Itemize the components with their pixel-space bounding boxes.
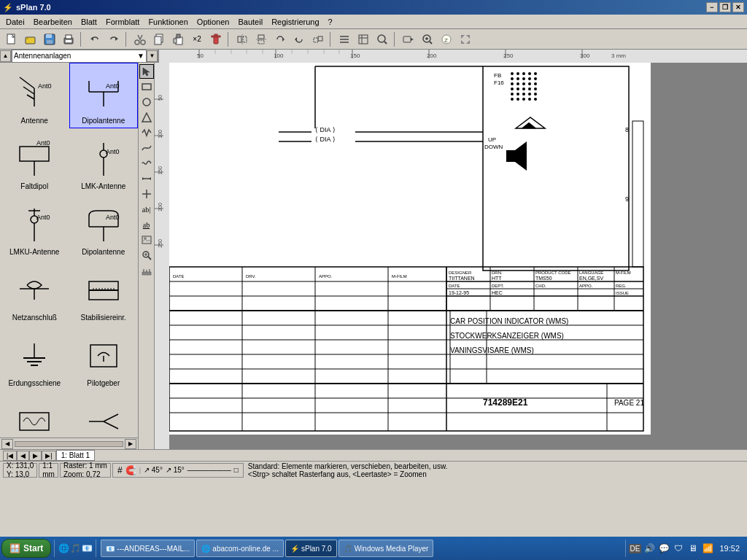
tray-wifi-icon[interactable]: 📶 (702, 542, 713, 554)
taskbar-win-splan[interactable]: ⚡ sPlan 7.0 (285, 540, 337, 557)
drawing-area[interactable]: FB F16 (169, 63, 747, 449)
menu-optionen[interactable]: Optionen (193, 16, 234, 28)
tool-sine[interactable] (139, 156, 154, 171)
component-pilotgeber[interactable]: Pilotgeber (69, 325, 139, 391)
component-dipolantenne1[interactable]: Ant0 Dipolantenne (69, 63, 139, 128)
group-button[interactable] (309, 31, 327, 47)
ql-mail[interactable]: 📧 (81, 542, 93, 554)
new-button[interactable] (3, 31, 20, 47)
svg-line-111 (104, 414, 118, 421)
tool-plus[interactable] (139, 187, 154, 201)
tool-image[interactable] (139, 233, 154, 247)
undo-button[interactable] (86, 31, 104, 47)
zoom-out-button[interactable] (400, 31, 417, 47)
tray-network-icon[interactable]: 🖥 (687, 542, 699, 554)
restore-button[interactable]: ❐ (719, 2, 731, 12)
zoom-area-button[interactable]: Z (438, 31, 455, 47)
taskbar-win-abacom[interactable]: 🌐 abacom-online.de ... (196, 540, 284, 557)
rotate2-button[interactable] (290, 31, 308, 47)
menu-bauteil[interactable]: Bauteil (233, 16, 267, 28)
svg-rect-21 (238, 36, 241, 42)
taskbar-win-andreas[interactable]: 📧 ---ANDREAS---MAIL... (101, 540, 195, 557)
canvas-area[interactable]: 50 100 150 200 250 FB (155, 63, 747, 449)
print-button[interactable] (60, 31, 77, 47)
line-end-style: □ (234, 466, 239, 474)
component-stabilisiereinr[interactable]: Stabilisiereinr. (69, 260, 139, 325)
cut-button[interactable] (131, 31, 149, 47)
menu-blatt[interactable]: Blatt (77, 16, 101, 28)
tool-arrows[interactable] (139, 171, 154, 186)
component-faltdipol[interactable]: Ant0 Faltdipol (0, 128, 69, 194)
scroll-prev-btn[interactable]: ◀ (17, 451, 29, 461)
tool-text1[interactable]: ab| (139, 202, 154, 217)
win-wmplayer-label: Windows Media Player (355, 545, 429, 553)
tool-select[interactable] (139, 64, 154, 79)
component-netzanschluss[interactable]: Netzanschluß (0, 260, 69, 325)
save-button[interactable] (41, 31, 58, 47)
scroll-next-btn[interactable]: ▶ (29, 451, 42, 461)
tool-zigzag[interactable] (139, 125, 154, 140)
component-scroll-down[interactable]: ▼ (147, 50, 158, 62)
search-button[interactable] (374, 31, 391, 47)
taskbar-win-wmplayer[interactable]: 🎵 Windows Media Player (338, 540, 434, 557)
tool-curve[interactable] (139, 141, 154, 155)
tool-rect[interactable] (139, 79, 154, 94)
component-dipolantenne2[interactable]: Ant0 Dipolantenne (69, 194, 139, 260)
mirror-h-button[interactable] (233, 31, 251, 47)
tool-text2[interactable]: ab (139, 217, 154, 232)
tray-language[interactable]: DE (629, 542, 640, 554)
rotate-button[interactable] (271, 31, 289, 47)
component-weiche[interactable]: Weiche (69, 391, 139, 438)
tray-security-icon[interactable]: 🛡 (673, 542, 684, 554)
component-antenne[interactable]: Ant0 Antenne (0, 63, 69, 128)
align-button[interactable] (336, 31, 353, 47)
component-lmku-antenne[interactable]: Ant0 LMKU-Antenne (0, 194, 69, 260)
menu-funktionen[interactable]: Funktionen (144, 16, 192, 28)
scroll-right-btn[interactable]: ▶ (125, 439, 136, 449)
component-erdungsschiene[interactable]: Erdungsschiene (0, 325, 69, 391)
tool-circle[interactable] (139, 95, 154, 109)
minimize-button[interactable]: − (706, 2, 718, 12)
delete-button[interactable] (207, 31, 225, 47)
menu-bearbeiten[interactable]: Bearbeiten (29, 16, 77, 28)
close-button[interactable]: ✕ (732, 2, 744, 12)
tool-triangle[interactable] (139, 110, 154, 125)
ruler-bar: ▲ Antennenanlagen ▼ ▼ 50 100 150 200 250… (0, 50, 747, 63)
svg-text:DATE: DATE (173, 274, 185, 279)
scroll-left-btn[interactable]: ◀ (1, 439, 13, 449)
ql-ie[interactable]: 🌐 (58, 542, 69, 554)
component-lmk-antenne[interactable]: Ant0 LMK-Antenne (69, 128, 139, 194)
svg-rect-25 (258, 40, 264, 44)
component-selector[interactable]: Antennenanlagen ▼ (12, 50, 147, 63)
mirror-v-button[interactable] (252, 31, 270, 47)
scrollbar-track[interactable] (15, 441, 123, 447)
zoom-in-tb-button[interactable] (419, 31, 436, 47)
tool-zoom[interactable] (139, 248, 154, 262)
open-button[interactable] (22, 31, 39, 47)
netlist-button[interactable] (355, 31, 372, 47)
component-scroll-up[interactable]: ▲ (0, 50, 11, 62)
x2-button[interactable]: ×2 (188, 31, 206, 47)
scroll-first-btn[interactable]: |◀ (3, 451, 17, 461)
start-icon: 🪟 (9, 543, 20, 553)
svg-text:DRN.: DRN. (492, 271, 503, 275)
redo-button[interactable] (105, 31, 123, 47)
menu-datei[interactable]: Datei (1, 16, 29, 28)
ql-media[interactable]: 🎵 (69, 542, 81, 554)
start-button[interactable]: 🪟 Start (1, 539, 51, 558)
component-modulator[interactable]: Modulator (0, 391, 69, 438)
scroll-last-btn[interactable]: ▶| (42, 451, 55, 461)
fit-button[interactable] (457, 31, 474, 47)
menu-help[interactable]: ? (324, 16, 337, 28)
svg-marker-48 (466, 40, 470, 44)
paste-button[interactable] (169, 31, 187, 47)
svg-point-146 (511, 72, 514, 75)
page-tab-1[interactable]: 1: Blatt 1 (56, 450, 95, 461)
tray-chat-icon[interactable]: 💬 (658, 542, 670, 554)
copy-button[interactable] (150, 31, 168, 47)
tool-measure[interactable] (139, 263, 154, 278)
menu-formblatt[interactable]: Formblatt (101, 16, 144, 28)
tray-volume-icon[interactable]: 🔊 (643, 542, 655, 554)
menu-registrierung[interactable]: Registrierung (267, 16, 323, 28)
svg-text:CHD.: CHD. (535, 284, 546, 288)
